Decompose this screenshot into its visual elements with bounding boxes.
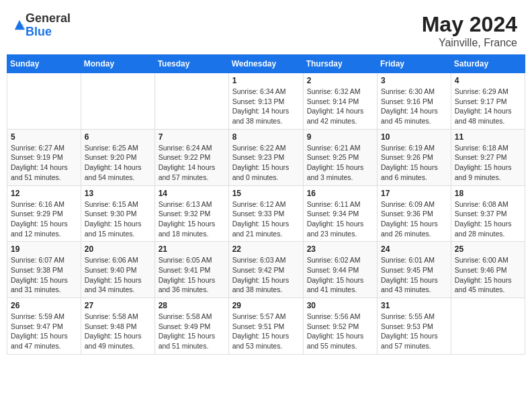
day-number: 17 xyxy=(381,189,447,198)
day-info: Sunrise: 6:32 AM Sunset: 9:14 PM Dayligh… xyxy=(307,87,373,126)
header-sunday: Sunday xyxy=(7,55,81,73)
table-cell: 16Sunrise: 6:11 AM Sunset: 9:34 PM Dayli… xyxy=(303,185,377,242)
day-number: 9 xyxy=(307,132,373,142)
week-row-5: 26Sunrise: 5:59 AM Sunset: 9:47 PM Dayli… xyxy=(7,298,525,355)
header-saturday: Saturday xyxy=(451,55,525,73)
table-cell: 30Sunrise: 5:56 AM Sunset: 9:52 PM Dayli… xyxy=(303,298,377,355)
day-number: 18 xyxy=(455,189,521,198)
day-info: Sunrise: 6:01 AM Sunset: 9:45 PM Dayligh… xyxy=(381,255,447,295)
day-number: 7 xyxy=(159,132,225,142)
day-info: Sunrise: 6:18 AM Sunset: 9:27 PM Dayligh… xyxy=(455,143,521,183)
day-info: Sunrise: 5:58 AM Sunset: 9:48 PM Dayligh… xyxy=(85,312,151,351)
day-info: Sunrise: 6:30 AM Sunset: 9:16 PM Dayligh… xyxy=(381,87,447,126)
table-cell: 11Sunrise: 6:18 AM Sunset: 9:27 PM Dayli… xyxy=(451,129,525,185)
table-cell: 18Sunrise: 6:08 AM Sunset: 9:37 PM Dayli… xyxy=(451,185,525,242)
logo-icon xyxy=(13,19,26,31)
page-header: General Blue May 2024 Yainville, France xyxy=(7,7,525,54)
day-number: 3 xyxy=(381,76,447,85)
table-cell: 19Sunrise: 6:07 AM Sunset: 9:38 PM Dayli… xyxy=(7,242,81,298)
day-number: 21 xyxy=(159,244,225,254)
calendar-table: Sunday Monday Tuesday Wednesday Thursday… xyxy=(7,54,525,355)
table-cell: 23Sunrise: 6:02 AM Sunset: 9:44 PM Dayli… xyxy=(303,242,377,298)
day-number: 10 xyxy=(381,132,447,142)
day-info: Sunrise: 6:15 AM Sunset: 9:30 PM Dayligh… xyxy=(85,199,151,239)
day-number: 1 xyxy=(232,76,300,85)
table-cell: 14Sunrise: 6:13 AM Sunset: 9:32 PM Dayli… xyxy=(154,185,228,242)
day-number: 2 xyxy=(307,76,373,85)
table-cell: 15Sunrise: 6:12 AM Sunset: 9:33 PM Dayli… xyxy=(228,185,303,242)
table-cell: 22Sunrise: 6:03 AM Sunset: 9:42 PM Dayli… xyxy=(228,242,303,298)
weekday-header-row: Sunday Monday Tuesday Wednesday Thursday… xyxy=(7,55,525,73)
day-number: 29 xyxy=(232,301,300,310)
table-cell: 31Sunrise: 5:55 AM Sunset: 9:53 PM Dayli… xyxy=(378,298,451,355)
day-info: Sunrise: 6:13 AM Sunset: 9:32 PM Dayligh… xyxy=(159,199,225,239)
table-cell xyxy=(81,73,154,130)
day-number: 11 xyxy=(455,132,521,142)
day-number: 23 xyxy=(307,244,373,254)
table-cell: 24Sunrise: 6:01 AM Sunset: 9:45 PM Dayli… xyxy=(378,242,451,298)
day-number: 25 xyxy=(455,244,521,254)
week-row-3: 12Sunrise: 6:16 AM Sunset: 9:29 PM Dayli… xyxy=(7,185,525,242)
location-subtitle: Yainville, France xyxy=(422,37,517,49)
table-cell: 17Sunrise: 6:09 AM Sunset: 9:36 PM Dayli… xyxy=(378,185,451,242)
table-cell: 25Sunrise: 6:00 AM Sunset: 9:46 PM Dayli… xyxy=(451,242,525,298)
day-number: 28 xyxy=(159,301,225,310)
day-info: Sunrise: 6:05 AM Sunset: 9:41 PM Dayligh… xyxy=(159,255,225,295)
table-cell: 27Sunrise: 5:58 AM Sunset: 9:48 PM Dayli… xyxy=(81,298,154,355)
day-info: Sunrise: 6:06 AM Sunset: 9:40 PM Dayligh… xyxy=(85,255,151,295)
table-cell: 21Sunrise: 6:05 AM Sunset: 9:41 PM Dayli… xyxy=(154,242,228,298)
table-cell: 28Sunrise: 5:58 AM Sunset: 9:49 PM Dayli… xyxy=(154,298,228,355)
day-info: Sunrise: 5:56 AM Sunset: 9:52 PM Dayligh… xyxy=(307,312,373,351)
header-monday: Monday xyxy=(81,55,154,73)
logo-general-text: General xyxy=(26,12,71,26)
day-number: 8 xyxy=(232,132,300,142)
month-year-title: May 2024 xyxy=(422,12,517,37)
day-info: Sunrise: 6:11 AM Sunset: 9:34 PM Dayligh… xyxy=(307,199,373,239)
header-friday: Friday xyxy=(378,55,451,73)
table-cell xyxy=(154,73,228,130)
day-info: Sunrise: 6:34 AM Sunset: 9:13 PM Dayligh… xyxy=(232,87,300,126)
table-cell: 12Sunrise: 6:16 AM Sunset: 9:29 PM Dayli… xyxy=(7,185,81,242)
day-number: 27 xyxy=(85,301,151,310)
day-info: Sunrise: 5:55 AM Sunset: 9:53 PM Dayligh… xyxy=(381,312,447,351)
table-cell xyxy=(451,298,525,355)
day-info: Sunrise: 6:07 AM Sunset: 9:38 PM Dayligh… xyxy=(11,255,77,295)
day-number: 4 xyxy=(455,76,521,85)
day-number: 6 xyxy=(85,132,151,142)
day-number: 19 xyxy=(11,244,77,254)
day-info: Sunrise: 6:24 AM Sunset: 9:22 PM Dayligh… xyxy=(159,143,225,183)
day-number: 22 xyxy=(232,244,300,254)
table-cell: 7Sunrise: 6:24 AM Sunset: 9:22 PM Daylig… xyxy=(154,129,228,185)
day-info: Sunrise: 6:09 AM Sunset: 9:36 PM Dayligh… xyxy=(381,199,447,239)
day-number: 30 xyxy=(307,301,373,310)
day-number: 5 xyxy=(11,132,77,142)
table-cell: 13Sunrise: 6:15 AM Sunset: 9:30 PM Dayli… xyxy=(81,185,154,242)
table-cell: 10Sunrise: 6:19 AM Sunset: 9:26 PM Dayli… xyxy=(378,129,451,185)
day-info: Sunrise: 6:02 AM Sunset: 9:44 PM Dayligh… xyxy=(307,255,373,295)
day-info: Sunrise: 6:00 AM Sunset: 9:46 PM Dayligh… xyxy=(455,255,521,295)
day-info: Sunrise: 6:16 AM Sunset: 9:29 PM Dayligh… xyxy=(11,199,77,239)
table-cell: 29Sunrise: 5:57 AM Sunset: 9:51 PM Dayli… xyxy=(228,298,303,355)
day-info: Sunrise: 6:03 AM Sunset: 9:42 PM Dayligh… xyxy=(232,255,300,295)
logo: General Blue xyxy=(12,12,71,39)
day-number: 24 xyxy=(381,244,447,254)
day-number: 20 xyxy=(85,244,151,254)
day-number: 31 xyxy=(381,301,447,310)
day-info: Sunrise: 6:29 AM Sunset: 9:17 PM Dayligh… xyxy=(455,87,521,126)
table-cell: 9Sunrise: 6:21 AM Sunset: 9:25 PM Daylig… xyxy=(303,129,377,185)
day-info: Sunrise: 6:08 AM Sunset: 9:37 PM Dayligh… xyxy=(455,199,521,239)
day-info: Sunrise: 6:19 AM Sunset: 9:26 PM Dayligh… xyxy=(381,143,447,183)
day-number: 16 xyxy=(307,189,373,198)
header-tuesday: Tuesday xyxy=(154,55,228,73)
week-row-1: 1Sunrise: 6:34 AM Sunset: 9:13 PM Daylig… xyxy=(7,73,525,130)
table-cell: 8Sunrise: 6:22 AM Sunset: 9:23 PM Daylig… xyxy=(228,129,303,185)
day-info: Sunrise: 6:27 AM Sunset: 9:19 PM Dayligh… xyxy=(11,143,77,183)
day-info: Sunrise: 5:57 AM Sunset: 9:51 PM Dayligh… xyxy=(232,312,300,351)
table-cell xyxy=(7,73,81,130)
day-info: Sunrise: 6:25 AM Sunset: 9:20 PM Dayligh… xyxy=(85,143,151,183)
table-cell: 4Sunrise: 6:29 AM Sunset: 9:17 PM Daylig… xyxy=(451,73,525,130)
day-info: Sunrise: 6:22 AM Sunset: 9:23 PM Dayligh… xyxy=(232,143,300,183)
table-cell: 2Sunrise: 6:32 AM Sunset: 9:14 PM Daylig… xyxy=(303,73,377,130)
header-wednesday: Wednesday xyxy=(228,55,303,73)
table-cell: 1Sunrise: 6:34 AM Sunset: 9:13 PM Daylig… xyxy=(228,73,303,130)
